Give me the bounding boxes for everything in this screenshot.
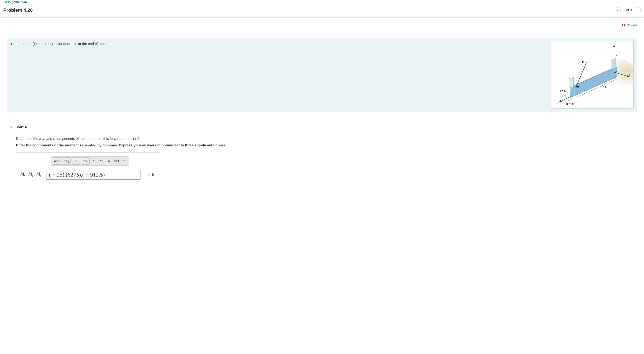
nav-counter: 6 of 9 [624, 8, 632, 12]
answer-lhs: Mx , My , Mz [20, 172, 41, 178]
keyboard-button[interactable]: ⌨ [113, 158, 120, 165]
svg-marker-9 [613, 45, 615, 47]
greek-button[interactable]: ΑΣφ [62, 158, 71, 165]
part-a-header[interactable]: ▼ Part A [6, 123, 638, 133]
vec-button[interactable]: vec [81, 158, 90, 165]
subsup-button[interactable]: ↓↑ [72, 158, 80, 165]
svg-rect-0 [622, 24, 623, 27]
redo-button[interactable]: ↷ [98, 158, 105, 165]
review-label: Review [626, 23, 638, 27]
axis-z-label: z [615, 44, 617, 48]
dim-width: 0.25 ft [566, 102, 574, 106]
dim-height: 1.5 ft [560, 90, 566, 93]
part-a-label: Part A [17, 125, 27, 129]
svg-line-12 [560, 97, 571, 102]
prev-button[interactable]: ‹ [614, 7, 621, 13]
book-icon [622, 24, 625, 27]
problem-text: The force F = {450 i - 100 j - 700 k} lb… [10, 41, 546, 109]
point-b-label: B [577, 86, 579, 89]
review-link[interactable]: Review [622, 23, 638, 27]
equation-toolbar: ■□√□ ΑΣφ ↓↑ vec ↶ ↷ ↺ ⌨ ? [51, 156, 129, 166]
problem-header: Problem 4.26 ‹ 6 of 9 › [0, 6, 644, 18]
svg-marker-6 [611, 58, 616, 69]
next-button[interactable]: › [634, 7, 641, 13]
force-label: F [582, 60, 584, 64]
svg-rect-1 [624, 24, 625, 27]
answer-input[interactable]: ( − 25),(6275),( − 912.5) [46, 170, 140, 179]
point-a-label: A [616, 53, 618, 56]
svg-line-19 [566, 99, 572, 102]
undo-button[interactable]: ↶ [90, 158, 97, 165]
svg-marker-7 [569, 77, 574, 88]
svg-marker-13 [559, 100, 562, 102]
back-link[interactable]: Assignment #6 [0, 0, 27, 6]
instruction-text: Enter the components of the moment separ… [16, 143, 628, 147]
caret-down-icon: ▼ [10, 126, 12, 129]
question-text: Determine the x, y, and z components of … [16, 137, 628, 141]
dim-length: 8 ft [603, 86, 607, 89]
help-button[interactable]: ? [121, 158, 127, 165]
answer-units: lb · ft [145, 172, 154, 177]
point-o-label: O [615, 71, 617, 74]
answer-row: Mx , My , Mz = ( − 25),(6275),( − 912.5)… [20, 170, 156, 179]
problem-figure: z y x F A O B 1.5 ft 0.25 ft 8 ft [551, 41, 634, 109]
reset-button[interactable]: ↺ [106, 158, 112, 165]
answer-panel: ■□√□ ΑΣφ ↓↑ vec ↶ ↷ ↺ ⌨ ? Mx , My , Mz =… [16, 152, 160, 184]
part-a-panel: ▼ Part A Determine the x, y, and z compo… [6, 123, 638, 184]
problem-statement: The force F = {450 i - 100 j - 700 k} lb… [6, 38, 638, 112]
templates-button[interactable]: ■□√□ [53, 158, 61, 165]
problem-title: Problem 4.26 [3, 7, 614, 13]
axis-x-label: x [556, 101, 558, 105]
equals-sign: = [42, 172, 45, 177]
axis-y-label: y [629, 72, 630, 76]
